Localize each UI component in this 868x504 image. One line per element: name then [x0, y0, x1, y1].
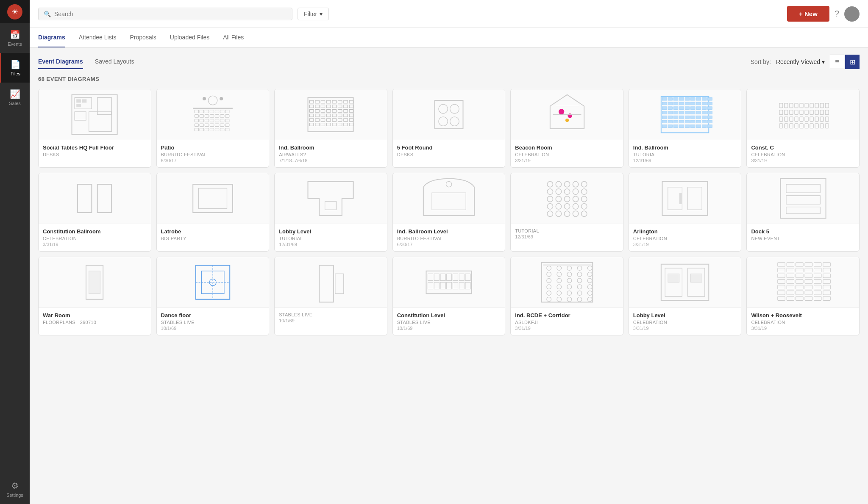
diagram-card[interactable]: Ind. BallroomTUTORIAL12/31/69: [629, 89, 742, 168]
svg-rect-194: [795, 117, 798, 122]
svg-rect-189: [820, 110, 823, 115]
diagram-card[interactable]: Ind. BallroomAIRWALLS?7/1/18–7/6/18: [274, 89, 387, 168]
sidebar-item-events[interactable]: 📅 Events: [0, 23, 30, 53]
card-subtitle: STABLES LIVE: [161, 320, 265, 325]
main-tabs: Diagrams Attendee Lists Proposals Upload…: [30, 28, 868, 48]
svg-rect-20: [200, 115, 203, 118]
svg-rect-314: [796, 263, 803, 266]
card-date: 12/31/69: [633, 158, 737, 163]
svg-rect-150: [696, 116, 701, 119]
card-info: PatioBURRITO FESTIVAL6/30/17: [157, 140, 269, 167]
top-bar: 🔍 Filter ▾ + New ?: [30, 0, 868, 28]
svg-rect-164: [673, 125, 678, 128]
card-subtitle: CELEBRATION: [751, 320, 855, 325]
svg-rect-87: [350, 119, 353, 122]
diagram-card[interactable]: Beacon RoomCELEBRATION3/31/19: [510, 89, 623, 168]
diagram-card[interactable]: Wilson + RooseveltCELEBRATION3/31/19: [746, 257, 860, 335]
svg-rect-196: [805, 117, 808, 122]
grid-view-button[interactable]: ⊞: [845, 55, 860, 69]
svg-rect-40: [195, 128, 198, 131]
sort-select[interactable]: Recently Viewed ▾: [776, 58, 825, 65]
diagram-card[interactable]: Lobby LevelTUTORIAL12/31/69: [274, 173, 387, 252]
svg-rect-337: [787, 285, 794, 289]
svg-point-222: [581, 181, 587, 187]
diagram-card[interactable]: Ind. BCDE + CorridorASLDKFJI3/31/19: [510, 257, 623, 335]
svg-rect-23: [215, 115, 219, 118]
diagram-card[interactable]: Constitution LevelSTABLES LIVE10/1/69: [392, 257, 506, 335]
diagram-card[interactable]: Dock 5NEW EVENT: [746, 173, 860, 252]
svg-rect-89: [315, 123, 319, 126]
sidebar-item-files[interactable]: 📄 Files: [0, 53, 30, 83]
card-date: 3/31/19: [751, 326, 855, 331]
tab-diagrams[interactable]: Diagrams: [38, 28, 65, 47]
svg-rect-133: [702, 107, 707, 110]
diagram-card[interactable]: Const. CCELEBRATION3/31/19: [746, 89, 860, 168]
diagram-card[interactable]: STABLES LIVE10/1/69: [274, 257, 387, 335]
diagram-card[interactable]: TUTORIAL12/31/69: [510, 173, 623, 252]
svg-rect-129: [679, 107, 684, 110]
svg-rect-345: [805, 291, 812, 295]
sub-tab-event[interactable]: Event Diagrams: [38, 55, 83, 69]
svg-rect-191: [779, 117, 782, 122]
diagram-card[interactable]: ArlingtonCELEBRATION3/31/19: [629, 173, 742, 252]
tab-uploaded[interactable]: Uploaded Files: [170, 28, 209, 47]
svg-rect-155: [673, 120, 678, 123]
svg-rect-114: [696, 97, 701, 100]
svg-point-217: [446, 181, 451, 187]
tab-all[interactable]: All Files: [223, 28, 244, 47]
svg-rect-339: [805, 285, 812, 289]
svg-rect-200: [825, 117, 829, 122]
new-button[interactable]: + New: [787, 6, 829, 22]
svg-rect-212: [97, 184, 111, 213]
diagram-card[interactable]: 5 Foot RoundDESKS: [392, 89, 506, 168]
card-info: Ind. BallroomTUTORIAL12/31/69: [629, 140, 741, 167]
sidebar-item-settings[interactable]: ⚙ Settings: [0, 474, 30, 504]
sales-icon: 📈: [10, 89, 20, 99]
svg-rect-153: [662, 120, 667, 123]
tab-proposals[interactable]: Proposals: [130, 28, 156, 47]
diagram-card[interactable]: PatioBURRITO FESTIVAL6/30/17: [156, 89, 270, 168]
card-info: TUTORIAL12/31/69: [511, 224, 623, 244]
svg-rect-315: [805, 263, 812, 266]
diagram-card[interactable]: Social Tables HQ Full FloorDESKS: [38, 89, 151, 168]
help-icon[interactable]: ?: [835, 9, 839, 19]
svg-rect-263: [440, 274, 445, 280]
list-view-button[interactable]: ≡: [830, 55, 844, 69]
card-title: Ind. Ballroom: [279, 144, 383, 151]
svg-rect-266: [459, 274, 464, 280]
diagram-card[interactable]: Constitution BallroomCELEBRATION3/31/19: [38, 173, 151, 252]
svg-rect-158: [691, 120, 696, 123]
svg-point-298: [567, 291, 572, 296]
svg-rect-316: [814, 263, 821, 266]
svg-point-241: [573, 211, 578, 216]
filter-button[interactable]: Filter ▾: [298, 8, 329, 20]
diagram-card[interactable]: LatrobeBIG PARTY: [156, 173, 270, 252]
svg-point-228: [547, 196, 553, 202]
search-box[interactable]: 🔍: [38, 8, 292, 20]
svg-rect-70: [344, 109, 348, 112]
search-input[interactable]: [54, 11, 287, 17]
diagram-card[interactable]: Dance floorSTABLES LIVE10/1/69: [156, 257, 270, 335]
sub-tab-saved[interactable]: Saved Layouts: [95, 55, 134, 69]
diagram-card[interactable]: War RoomFLOORPLANS - 260710: [38, 257, 151, 335]
tab-attendee[interactable]: Attendee Lists: [79, 28, 117, 47]
svg-rect-321: [805, 268, 812, 272]
svg-point-224: [556, 189, 561, 194]
svg-rect-45: [220, 128, 224, 131]
avatar[interactable]: [844, 6, 860, 22]
svg-rect-203: [790, 124, 793, 128]
card-subtitle: NEW EVENT: [751, 236, 855, 241]
card-preview: [511, 173, 623, 224]
card-preview: [629, 173, 741, 224]
svg-rect-121: [685, 102, 690, 105]
svg-rect-146: [673, 116, 678, 119]
diagram-card[interactable]: Lobby LevelCELEBRATION3/31/19: [629, 257, 742, 335]
sidebar-item-sales[interactable]: 📈 Sales: [0, 83, 30, 112]
card-subtitle: CELEBRATION: [515, 152, 619, 157]
svg-rect-50: [321, 100, 325, 103]
diagram-card[interactable]: Ind. Ballroom LevelBURRITO FESTIVAL6/30/…: [392, 173, 506, 252]
svg-point-233: [547, 204, 553, 209]
sidebar: ☀ 📅 Events 📄 Files 📈 Sales ⚙ Settings: [0, 0, 30, 504]
svg-rect-250: [786, 207, 820, 214]
svg-rect-111: [679, 97, 684, 100]
